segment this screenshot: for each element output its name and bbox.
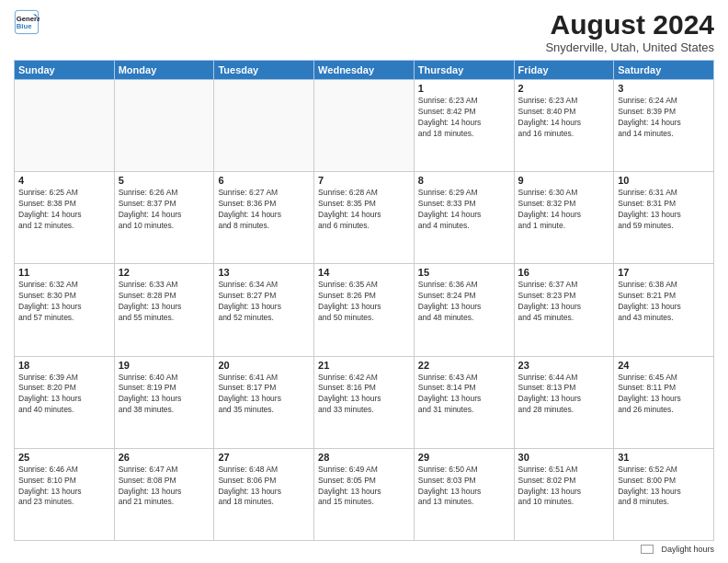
calendar-cell: 6Sunrise: 6:27 AM Sunset: 8:36 PM Daylig… (214, 172, 314, 264)
calendar-cell: 25Sunrise: 6:46 AM Sunset: 8:10 PM Dayli… (15, 448, 115, 540)
calendar-cell: 24Sunrise: 6:45 AM Sunset: 8:11 PM Dayli… (614, 356, 714, 448)
calendar-week-0: 1Sunrise: 6:23 AM Sunset: 8:42 PM Daylig… (15, 80, 714, 172)
day-number: 20 (218, 360, 310, 371)
day-info: Sunrise: 6:31 AM Sunset: 8:31 PM Dayligh… (618, 188, 710, 232)
day-info: Sunrise: 6:23 AM Sunset: 8:40 PM Dayligh… (518, 96, 610, 140)
day-info: Sunrise: 6:49 AM Sunset: 8:05 PM Dayligh… (318, 465, 410, 509)
day-info: Sunrise: 6:38 AM Sunset: 8:21 PM Dayligh… (618, 280, 710, 324)
day-info: Sunrise: 6:33 AM Sunset: 8:28 PM Dayligh… (119, 280, 210, 324)
day-number: 7 (318, 175, 410, 186)
day-info: Sunrise: 6:39 AM Sunset: 8:20 PM Dayligh… (18, 373, 110, 417)
day-number: 19 (119, 360, 210, 371)
day-number: 9 (518, 175, 610, 186)
calendar-cell: 1Sunrise: 6:23 AM Sunset: 8:42 PM Daylig… (414, 80, 514, 172)
calendar-cell: 11Sunrise: 6:32 AM Sunset: 8:30 PM Dayli… (15, 264, 115, 356)
calendar-header-wednesday: Wednesday (314, 61, 415, 80)
calendar-cell: 15Sunrise: 6:36 AM Sunset: 8:24 PM Dayli… (414, 264, 514, 356)
logo: General Blue (14, 9, 40, 35)
main-title: August 2024 (545, 9, 714, 40)
day-info: Sunrise: 6:34 AM Sunset: 8:27 PM Dayligh… (218, 280, 310, 324)
calendar-week-2: 11Sunrise: 6:32 AM Sunset: 8:30 PM Dayli… (15, 264, 714, 356)
logo-icon: General Blue (14, 9, 40, 35)
day-info: Sunrise: 6:26 AM Sunset: 8:37 PM Dayligh… (119, 188, 210, 232)
day-info: Sunrise: 6:30 AM Sunset: 8:32 PM Dayligh… (518, 188, 610, 232)
calendar-cell: 8Sunrise: 6:29 AM Sunset: 8:33 PM Daylig… (414, 172, 514, 264)
day-info: Sunrise: 6:45 AM Sunset: 8:11 PM Dayligh… (618, 373, 710, 417)
day-info: Sunrise: 6:51 AM Sunset: 8:02 PM Dayligh… (518, 465, 610, 509)
calendar-cell (114, 80, 214, 172)
day-number: 11 (18, 267, 110, 278)
calendar-cell: 3Sunrise: 6:24 AM Sunset: 8:39 PM Daylig… (614, 80, 714, 172)
calendar-cell: 4Sunrise: 6:25 AM Sunset: 8:38 PM Daylig… (15, 172, 115, 264)
subtitle: Snyderville, Utah, United States (545, 40, 714, 54)
calendar-cell: 10Sunrise: 6:31 AM Sunset: 8:31 PM Dayli… (614, 172, 714, 264)
calendar-cell: 20Sunrise: 6:41 AM Sunset: 8:17 PM Dayli… (214, 356, 314, 448)
calendar-cell: 26Sunrise: 6:47 AM Sunset: 8:08 PM Dayli… (114, 448, 214, 540)
calendar-cell: 12Sunrise: 6:33 AM Sunset: 8:28 PM Dayli… (114, 264, 214, 356)
day-info: Sunrise: 6:52 AM Sunset: 8:00 PM Dayligh… (618, 465, 710, 509)
day-info: Sunrise: 6:50 AM Sunset: 8:03 PM Dayligh… (418, 465, 510, 509)
calendar-cell: 13Sunrise: 6:34 AM Sunset: 8:27 PM Dayli… (214, 264, 314, 356)
day-info: Sunrise: 6:44 AM Sunset: 8:13 PM Dayligh… (518, 373, 610, 417)
day-info: Sunrise: 6:25 AM Sunset: 8:38 PM Dayligh… (18, 188, 110, 232)
day-number: 10 (618, 175, 710, 186)
day-number: 17 (618, 267, 710, 278)
day-number: 3 (618, 83, 710, 94)
calendar-cell (314, 80, 415, 172)
day-info: Sunrise: 6:43 AM Sunset: 8:14 PM Dayligh… (418, 373, 510, 417)
day-info: Sunrise: 6:28 AM Sunset: 8:35 PM Dayligh… (318, 188, 410, 232)
day-number: 25 (18, 452, 110, 463)
day-number: 21 (318, 360, 410, 371)
calendar-cell: 18Sunrise: 6:39 AM Sunset: 8:20 PM Dayli… (15, 356, 115, 448)
day-info: Sunrise: 6:47 AM Sunset: 8:08 PM Dayligh… (119, 465, 210, 509)
day-number: 27 (218, 452, 310, 463)
calendar-header-friday: Friday (514, 61, 614, 80)
day-info: Sunrise: 6:48 AM Sunset: 8:06 PM Dayligh… (218, 465, 310, 509)
day-info: Sunrise: 6:40 AM Sunset: 8:19 PM Dayligh… (119, 373, 210, 417)
calendar-cell (15, 80, 115, 172)
legend: Daylight hours (14, 545, 714, 554)
day-info: Sunrise: 6:35 AM Sunset: 8:26 PM Dayligh… (318, 280, 410, 324)
title-block: August 2024 Snyderville, Utah, United St… (545, 9, 714, 54)
calendar-header-monday: Monday (114, 61, 214, 80)
day-number: 6 (218, 175, 310, 186)
calendar-cell: 9Sunrise: 6:30 AM Sunset: 8:32 PM Daylig… (514, 172, 614, 264)
day-number: 18 (18, 360, 110, 371)
calendar-cell: 19Sunrise: 6:40 AM Sunset: 8:19 PM Dayli… (114, 356, 214, 448)
day-number: 1 (418, 83, 510, 94)
calendar-cell: 27Sunrise: 6:48 AM Sunset: 8:06 PM Dayli… (214, 448, 314, 540)
day-number: 29 (418, 452, 510, 463)
day-info: Sunrise: 6:23 AM Sunset: 8:42 PM Dayligh… (418, 96, 510, 140)
day-number: 5 (119, 175, 210, 186)
calendar-header-row: SundayMondayTuesdayWednesdayThursdayFrid… (15, 61, 714, 80)
day-number: 8 (418, 175, 510, 186)
page: General Blue August 2024 Snyderville, Ut… (0, 0, 728, 563)
calendar-header-sunday: Sunday (15, 61, 115, 80)
day-info: Sunrise: 6:42 AM Sunset: 8:16 PM Dayligh… (318, 373, 410, 417)
day-number: 4 (18, 175, 110, 186)
day-info: Sunrise: 6:41 AM Sunset: 8:17 PM Dayligh… (218, 373, 310, 417)
calendar-cell: 30Sunrise: 6:51 AM Sunset: 8:02 PM Dayli… (514, 448, 614, 540)
day-number: 24 (618, 360, 710, 371)
day-number: 13 (218, 267, 310, 278)
calendar-cell: 31Sunrise: 6:52 AM Sunset: 8:00 PM Dayli… (614, 448, 714, 540)
calendar-cell: 29Sunrise: 6:50 AM Sunset: 8:03 PM Dayli… (414, 448, 514, 540)
legend-box (641, 545, 654, 554)
calendar-week-3: 18Sunrise: 6:39 AM Sunset: 8:20 PM Dayli… (15, 356, 714, 448)
day-number: 30 (518, 452, 610, 463)
calendar-cell: 23Sunrise: 6:44 AM Sunset: 8:13 PM Dayli… (514, 356, 614, 448)
calendar-table: SundayMondayTuesdayWednesdayThursdayFrid… (14, 60, 714, 541)
day-number: 26 (119, 452, 210, 463)
day-info: Sunrise: 6:32 AM Sunset: 8:30 PM Dayligh… (18, 280, 110, 324)
svg-text:Blue: Blue (17, 22, 32, 30)
day-info: Sunrise: 6:46 AM Sunset: 8:10 PM Dayligh… (18, 465, 110, 509)
day-info: Sunrise: 6:27 AM Sunset: 8:36 PM Dayligh… (218, 188, 310, 232)
calendar-header-saturday: Saturday (614, 61, 714, 80)
calendar-cell (214, 80, 314, 172)
day-number: 2 (518, 83, 610, 94)
day-number: 22 (418, 360, 510, 371)
day-number: 12 (119, 267, 210, 278)
day-number: 16 (518, 267, 610, 278)
day-info: Sunrise: 6:36 AM Sunset: 8:24 PM Dayligh… (418, 280, 510, 324)
calendar-cell: 2Sunrise: 6:23 AM Sunset: 8:40 PM Daylig… (514, 80, 614, 172)
